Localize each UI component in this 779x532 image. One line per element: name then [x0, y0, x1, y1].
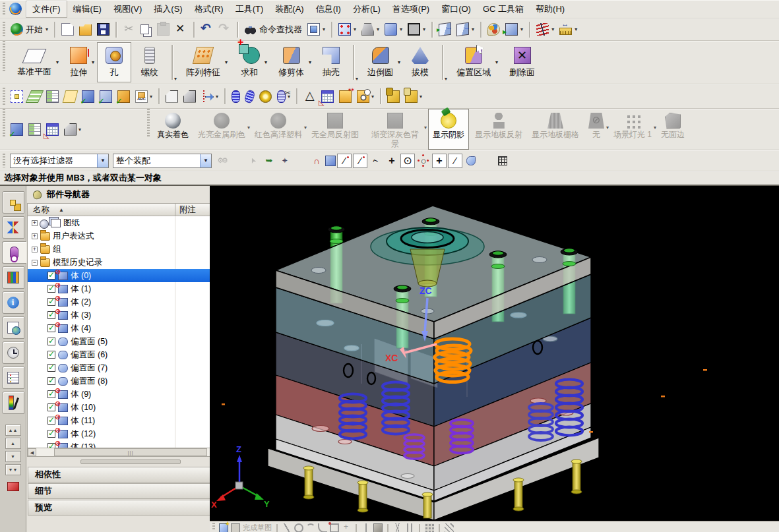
- toolbar-button[interactable]: [181, 89, 198, 104]
- checkbox[interactable]: [47, 351, 55, 359]
- toolbar-button[interactable]: [356, 524, 357, 532]
- expand-toggle-icon[interactable]: −: [32, 260, 38, 266]
- render-style-button[interactable]: 显示阴影: [428, 109, 469, 150]
- toolbar-button[interactable]: [9, 89, 25, 104]
- toolbar-button[interactable]: ▾: [383, 22, 404, 37]
- chevron-down-icon[interactable]: ▾: [225, 59, 228, 65]
- render-style-button[interactable]: 场景灯光 1 ▾: [609, 109, 656, 150]
- mold-assembly-model[interactable]: ZC XC Z X: [210, 186, 753, 521]
- toolbar-button[interactable]: [59, 22, 76, 37]
- menu-item[interactable]: 首选项(P): [387, 1, 435, 17]
- chevron-down-icon[interactable]: ▾: [150, 94, 152, 100]
- toolbar-button[interactable]: [95, 22, 111, 37]
- menu-item[interactable]: 帮助(H): [530, 1, 571, 17]
- menu-item[interactable]: 分析(L): [347, 1, 387, 17]
- snap-toggle[interactable]: [480, 154, 494, 168]
- resource-tab[interactable]: [2, 216, 24, 239]
- toolbar-button[interactable]: [115, 22, 117, 38]
- toolbar-grip[interactable]: [3, 109, 5, 137]
- toolbar-button[interactable]: ▾: [503, 22, 525, 37]
- feature-button[interactable]: [353, 45, 354, 80]
- snap-toggle[interactable]: [337, 154, 352, 168]
- toolbar-button[interactable]: [306, 523, 315, 532]
- toolbar-grip[interactable]: [3, 41, 5, 71]
- toolbar-button[interactable]: [98, 89, 114, 104]
- toolbar-button[interactable]: [342, 523, 351, 532]
- feature-button[interactable]: 阵列特征 ▾: [177, 42, 229, 82]
- render-style-button[interactable]: 无全局反射图: [307, 109, 363, 150]
- snap-toggle[interactable]: [353, 154, 367, 168]
- toolbar-button[interactable]: [164, 89, 180, 104]
- chevron-down-icon[interactable]: ▾: [309, 59, 311, 65]
- snap-toggle[interactable]: [246, 154, 261, 168]
- menu-item[interactable]: GC 工具箱: [477, 1, 530, 17]
- resource-tab[interactable]: [2, 316, 24, 339]
- snap-toggle[interactable]: [325, 156, 336, 166]
- chevron-down-icon[interactable]: ▾: [472, 26, 474, 32]
- toolbar-button[interactable]: ▾: [62, 122, 83, 137]
- toolbar-button[interactable]: [224, 88, 226, 104]
- toolbar-button[interactable]: [301, 89, 318, 104]
- toolbar-button[interactable]: [216, 22, 233, 37]
- render-style-button[interactable]: 光亮金属刷色 ▾: [193, 109, 250, 150]
- panel-splitter[interactable]: [26, 457, 235, 466]
- toolbar-button[interactable]: [439, 524, 440, 532]
- toolbar-button[interactable]: ▾: [359, 22, 381, 37]
- expand-toggle-icon[interactable]: +: [32, 220, 38, 226]
- render-style-button[interactable]: 真实着色: [152, 109, 193, 150]
- toolbar-grip[interactable]: [3, 88, 5, 104]
- toolbar-grip[interactable]: [147, 109, 150, 137]
- toolbar-button[interactable]: [361, 523, 371, 532]
- toolbar-button[interactable]: ▾: [275, 89, 292, 104]
- toolbar-button[interactable]: [44, 122, 61, 137]
- toolbar-button[interactable]: [319, 89, 336, 104]
- toolbar-button[interactable]: [380, 88, 381, 104]
- toolbar-button[interactable]: [529, 22, 530, 38]
- resource-tab[interactable]: [2, 367, 24, 389]
- toolbar-button[interactable]: [405, 523, 414, 532]
- feature-button[interactable]: 偏置区域 ▾: [448, 42, 499, 82]
- menu-item[interactable]: 窗口(O): [435, 1, 477, 17]
- resource-tab[interactable]: [2, 191, 24, 214]
- chevron-down-icon[interactable]: ▾: [265, 59, 267, 65]
- menu-item[interactable]: 装配(A): [269, 1, 309, 17]
- render-style-button[interactable]: 显示地板反射: [470, 109, 527, 150]
- snap-toggle[interactable]: [448, 154, 462, 168]
- render-style-button[interactable]: 无面边: [656, 109, 689, 150]
- expand-toggle-icon[interactable]: +: [32, 233, 38, 239]
- render-style-button[interactable]: 无 ▾: [584, 109, 609, 150]
- feature-button[interactable]: 边倒圆 ▾: [359, 42, 402, 82]
- tree-row[interactable]: 体 (13): [28, 440, 225, 448]
- toolbar-button[interactable]: [115, 89, 132, 104]
- snap-toggle[interactable]: [278, 154, 292, 168]
- feature-button[interactable]: 抽壳: [314, 42, 348, 82]
- tree-row[interactable]: 偏置面 (5): [28, 335, 225, 348]
- toolbar-button[interactable]: [199, 22, 215, 37]
- checkbox[interactable]: [47, 377, 55, 385]
- navigator-section-header[interactable]: 相依性: [28, 467, 234, 483]
- chevron-down-icon[interactable]: ▾: [400, 26, 402, 32]
- chevron-down-icon[interactable]: ▾: [423, 26, 425, 32]
- resource-tab[interactable]: [2, 392, 24, 414]
- menu-item[interactable]: 工具(T): [230, 1, 270, 17]
- toolbar-button[interactable]: [9, 122, 25, 137]
- toolbar-button[interactable]: ▾: [454, 22, 476, 37]
- column-header-name[interactable]: 名称 ▲: [28, 204, 175, 216]
- chevron-down-icon[interactable]: ▾: [575, 26, 577, 32]
- toolbar-button[interactable]: [243, 89, 256, 104]
- feature-button[interactable]: 求和 ▾: [230, 42, 268, 82]
- menu-item[interactable]: 插入(S): [148, 1, 188, 17]
- chevron-down-icon[interactable]: ▼: [200, 154, 211, 167]
- snap-toggle[interactable]: [214, 154, 229, 168]
- chevron-down-icon[interactable]: ▾: [377, 26, 379, 32]
- chevron-down-icon[interactable]: ▾: [92, 59, 94, 65]
- chevron-down-icon[interactable]: ▾: [78, 127, 81, 133]
- scrollbar-thumb[interactable]: |||: [54, 448, 207, 456]
- resource-tab[interactable]: [2, 266, 24, 289]
- feature-button[interactable]: 修剪体 ▾: [270, 42, 313, 82]
- chevron-down-icon[interactable]: ▾: [424, 125, 427, 131]
- snap-toggle[interactable]: [400, 154, 415, 168]
- toolbar-button[interactable]: [44, 89, 61, 104]
- toolbar-button[interactable]: [373, 523, 383, 532]
- expand-toggle-icon[interactable]: +: [32, 247, 38, 252]
